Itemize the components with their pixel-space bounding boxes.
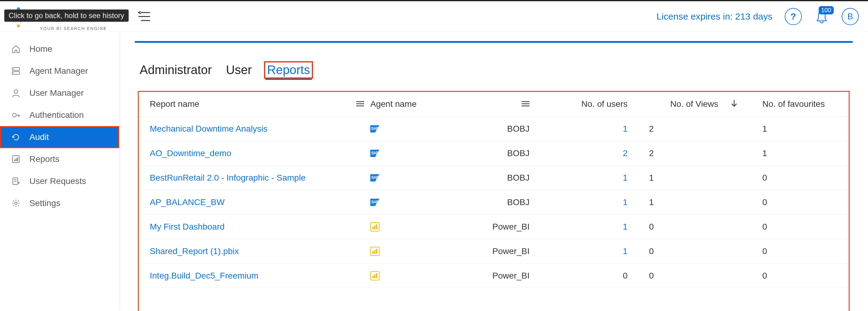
help-icon: ? bbox=[790, 11, 796, 22]
sidebar-item-authentication[interactable]: Authentication bbox=[0, 104, 119, 126]
key-icon bbox=[10, 110, 22, 120]
agent-name: Power_BI bbox=[493, 271, 530, 281]
table-row: AO_Downtime_demoBOBJ221 bbox=[139, 141, 849, 166]
powerbi-icon bbox=[370, 222, 379, 232]
views-count: 0 bbox=[649, 246, 654, 256]
sidebar-item-label: Authentication bbox=[29, 110, 84, 120]
table-row: AP_BALANCE_BWBOBJ110 bbox=[139, 190, 849, 215]
logo-subtitle: YOUR BI SEARCH ENGINE bbox=[40, 26, 107, 31]
avatar-initial: B bbox=[847, 12, 853, 22]
help-button[interactable]: ? bbox=[785, 8, 802, 25]
topbar: Click to go back, hold to see history YO… bbox=[0, 1, 868, 32]
report-link[interactable]: Integ.Build_Dec5_Freemium bbox=[150, 271, 258, 281]
main-content: AdministratorUserReports Report name Age… bbox=[119, 32, 868, 311]
sidebar-toggle-button[interactable] bbox=[138, 11, 151, 22]
agent-name: Power_BI bbox=[493, 246, 530, 256]
powerbi-icon bbox=[370, 247, 379, 256]
fav-count: 0 bbox=[762, 222, 767, 232]
users-count[interactable]: 1 bbox=[623, 222, 627, 232]
views-count: 2 bbox=[649, 148, 654, 158]
sort-desc-icon[interactable] bbox=[731, 99, 738, 109]
sidebar-item-audit[interactable]: Audit bbox=[0, 126, 119, 148]
notification-badge: 100 bbox=[819, 6, 834, 14]
views-count: 1 bbox=[649, 173, 654, 183]
sidebar-item-label: Audit bbox=[29, 132, 49, 142]
sidebar-item-label: Home bbox=[29, 44, 52, 54]
sidebar-item-label: User Manager bbox=[29, 88, 84, 98]
sidebar-item-label: Reports bbox=[29, 154, 59, 164]
report-link[interactable]: AO_Downtime_demo bbox=[150, 148, 231, 158]
col-favourites: No. of favourites bbox=[762, 99, 825, 109]
avatar-button[interactable]: B bbox=[842, 8, 859, 25]
fav-count: 0 bbox=[762, 271, 767, 280]
sidebar-item-settings[interactable]: Settings bbox=[0, 192, 119, 214]
back-tooltip: Click to go back, hold to see history bbox=[4, 9, 129, 22]
tab-administrator[interactable]: Administrator bbox=[138, 63, 214, 77]
table-body[interactable]: Mechanical Downtime AnalysisBOBJ121AO_Do… bbox=[139, 116, 849, 311]
chart-icon bbox=[10, 154, 22, 164]
accent-line bbox=[135, 41, 853, 43]
tab-user[interactable]: User bbox=[224, 63, 254, 77]
table-row: Integ.Build_Dec5_FreemiumPower_BI000 bbox=[139, 264, 849, 288]
sidebar-item-home[interactable]: Home bbox=[0, 38, 119, 60]
col-agent-name: Agent name bbox=[370, 99, 416, 109]
reports-table: Report name Agent name No. of users bbox=[138, 91, 849, 311]
sidebar-item-label: Agent Manager bbox=[29, 66, 88, 76]
sidebar-item-label: Settings bbox=[29, 198, 60, 208]
users-count[interactable]: 1 bbox=[623, 173, 627, 182]
powerbi-icon bbox=[370, 271, 379, 280]
svg-rect-22 bbox=[14, 160, 15, 161]
license-text: License expires in: 213 days bbox=[656, 11, 772, 22]
table-row: Mechanical Downtime AnalysisBOBJ121 bbox=[139, 116, 849, 141]
col-report-name: Report name bbox=[150, 99, 199, 109]
sidebar-item-label: User Requests bbox=[29, 176, 86, 186]
svg-point-28 bbox=[15, 202, 17, 205]
sidebar-item-reports[interactable]: Reports bbox=[0, 148, 119, 170]
sap-icon bbox=[370, 125, 382, 133]
table-row: Shared_Report (1).pbixPower_BI100 bbox=[139, 239, 849, 264]
request-icon bbox=[10, 177, 22, 186]
col-report-menu-icon[interactable] bbox=[356, 99, 364, 109]
sidebar: HomeAgent ManagerUser ManagerAuthenticat… bbox=[0, 32, 119, 311]
fav-count: 1 bbox=[762, 124, 767, 134]
users-count[interactable]: 2 bbox=[623, 148, 627, 158]
views-count: 0 bbox=[649, 271, 654, 281]
agent-name: BOBJ bbox=[507, 124, 530, 134]
logo: Click to go back, hold to see history YO… bbox=[3, 6, 119, 27]
col-agent-menu-icon[interactable] bbox=[522, 99, 530, 109]
report-link[interactable]: BestRunRetail 2.0 - Infographic - Sample bbox=[150, 173, 306, 183]
refresh-icon bbox=[10, 133, 22, 142]
svg-rect-24 bbox=[17, 157, 18, 161]
table-row: BestRunRetail 2.0 - Infographic - Sample… bbox=[139, 166, 849, 190]
agent-name: Power_BI bbox=[493, 222, 530, 232]
report-link[interactable]: My First Dashboard bbox=[150, 222, 224, 232]
views-count: 0 bbox=[649, 222, 654, 232]
svg-point-14 bbox=[13, 69, 14, 69]
users-count[interactable]: 1 bbox=[623, 246, 627, 256]
sidebar-item-user-manager[interactable]: User Manager bbox=[0, 82, 119, 104]
table-row: My First DashboardPower_BI100 bbox=[139, 215, 849, 239]
sidebar-item-user-requests[interactable]: User Requests bbox=[0, 170, 119, 192]
fav-count: 0 bbox=[762, 246, 767, 256]
agent-name: BOBJ bbox=[507, 198, 530, 207]
tab-reports[interactable]: Reports bbox=[264, 61, 313, 79]
report-link[interactable]: Mechanical Downtime Analysis bbox=[150, 124, 268, 134]
users-count[interactable]: 1 bbox=[623, 124, 627, 134]
tabs: AdministratorUserReports bbox=[138, 61, 849, 79]
sidebar-item-agent-manager[interactable]: Agent Manager bbox=[0, 60, 119, 82]
sap-icon bbox=[370, 150, 382, 157]
views-count: 2 bbox=[649, 124, 654, 134]
users-count: 0 bbox=[623, 271, 627, 280]
user-icon bbox=[10, 89, 22, 98]
sap-icon bbox=[370, 174, 382, 181]
users-count[interactable]: 1 bbox=[623, 198, 627, 207]
sap-icon bbox=[370, 199, 382, 206]
report-link[interactable]: AP_BALANCE_BW bbox=[150, 198, 224, 207]
home-icon bbox=[10, 44, 22, 54]
notifications-button[interactable]: 100 bbox=[814, 10, 829, 23]
report-link[interactable]: Shared_Report (1).pbix bbox=[150, 246, 239, 256]
server-icon bbox=[10, 66, 22, 76]
topbar-right: License expires in: 213 days ? 100 B bbox=[656, 8, 859, 25]
fav-count: 0 bbox=[762, 198, 767, 207]
table-header: Report name Agent name No. of users bbox=[139, 92, 849, 116]
